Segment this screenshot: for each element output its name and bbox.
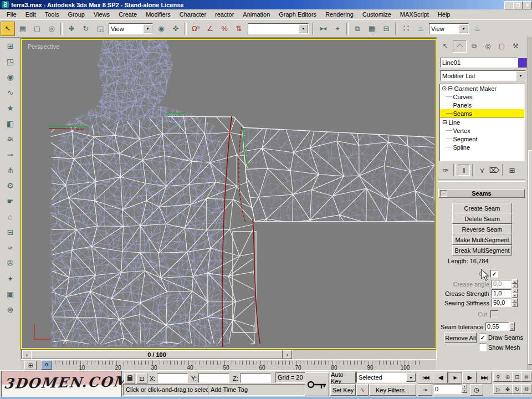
viewport-canvas[interactable] — [22, 40, 434, 347]
play-button[interactable]: ▶ — [448, 372, 462, 383]
tab-modify[interactable]: ◠ — [453, 40, 467, 53]
menu-file[interactable]: File — [2, 10, 21, 19]
menu-animation[interactable]: Animation — [238, 10, 274, 19]
delete-seam-button[interactable]: Delete Seam — [452, 213, 512, 224]
make-multisegment-button[interactable]: Make MultiSegment — [452, 234, 512, 245]
stack-item-segment[interactable]: ┄┄┄ Segment — [440, 135, 524, 143]
menu-edit[interactable]: Edit — [21, 10, 40, 19]
spinner-down-icon[interactable]: ▾ — [512, 303, 518, 307]
spinner-up-icon[interactable]: ▴ — [509, 322, 515, 326]
go-to-end-button[interactable]: ▶▶| — [477, 372, 492, 383]
frame-spinner[interactable]: ▴▾ — [462, 384, 467, 393]
select-and-move-button[interactable]: ✥ — [65, 22, 78, 35]
time-slider-track[interactable]: ‹ 0 / 100 › — [21, 349, 437, 360]
percent-snap-button[interactable]: % — [218, 22, 231, 35]
on-checkbox[interactable]: ✓ — [490, 270, 498, 278]
pan-button[interactable]: ✥ — [503, 384, 513, 394]
select-and-rotate-button[interactable]: ↻ — [79, 22, 93, 35]
layer-manager-button[interactable]: ⧉ — [351, 22, 364, 35]
pin-stack-icon[interactable]: ✑ — [440, 165, 451, 175]
spinner-up-icon[interactable]: ▴ — [512, 289, 518, 293]
open-mini-curve-editor-button[interactable]: ⊞ — [24, 361, 37, 370]
y-coordinate-field[interactable] — [198, 374, 229, 383]
material-editor-button[interactable]: ∷ — [400, 22, 413, 35]
rigid-body-collection-icon[interactable]: ⊞ — [4, 39, 17, 53]
cloth-collection-icon[interactable]: ◳ — [4, 55, 17, 68]
render-type-dropdown[interactable]: View ▼ — [429, 23, 469, 34]
linear-dashpot-icon[interactable]: ⊸ — [4, 148, 17, 161]
ragdoll-icon[interactable]: ✦ — [4, 272, 17, 285]
menu-reactor[interactable]: reactor — [211, 10, 238, 19]
draw-seams-checkbox[interactable]: ✓ — [479, 334, 487, 341]
render-setup-button[interactable]: ♨ — [414, 22, 427, 35]
reference-coordinate-dropdown[interactable]: View ▼ — [109, 23, 153, 34]
make-unique-icon[interactable]: ⋎ — [477, 165, 488, 175]
motor-icon[interactable]: ⚙ — [4, 179, 17, 192]
field-of-view-button[interactable]: ▷ — [493, 384, 503, 394]
menu-character[interactable]: Character — [175, 10, 211, 19]
remove-all-button[interactable]: Remove All — [444, 332, 477, 343]
select-and-manipulate-button[interactable]: ✜ — [169, 22, 182, 35]
water-icon[interactable]: ≈ — [4, 241, 17, 254]
remove-modifier-icon[interactable]: ⌦ — [489, 165, 500, 175]
zoom-extents-all-button[interactable]: ⧈ — [521, 372, 531, 382]
chevron-down-icon[interactable]: ▼ — [406, 373, 416, 382]
collapse-icon[interactable]: ⊟ — [448, 85, 452, 91]
key-mode-toggle[interactable]: ⇥ — [418, 384, 432, 396]
tab-utilities[interactable]: ⚒ — [509, 40, 522, 52]
time-slider-thumb[interactable]: 0 / 100 — [31, 350, 283, 359]
collapse-icon[interactable]: ⊟ — [442, 119, 447, 125]
time-slider-left-arrow[interactable]: ‹ — [22, 350, 32, 359]
circular-selection-region-button[interactable]: ◎ — [45, 22, 58, 35]
perspective-viewport[interactable]: Perspective — [21, 39, 437, 349]
spinner-down-icon[interactable]: ▾ — [512, 284, 518, 288]
tab-hierarchy[interactable]: ⧉ — [468, 40, 480, 52]
close-button[interactable]: ✕ — [523, 1, 532, 9]
time-configuration-button[interactable]: ◷ — [470, 384, 483, 396]
object-name-field[interactable]: Line01 — [440, 58, 518, 68]
spinner-snap-button[interactable]: ⇅ — [232, 22, 245, 35]
zoom-button[interactable]: ⚲ — [493, 372, 503, 382]
menu-tools[interactable]: Tools — [40, 10, 64, 19]
crease-strength-field[interactable]: 1,0 — [492, 289, 511, 298]
angular-dashpot-icon[interactable]: ⋔ — [4, 163, 17, 177]
preview-animation-icon[interactable]: ⊛ — [4, 303, 17, 316]
add-time-tag[interactable]: Add Time Tag — [208, 384, 305, 396]
tab-motion[interactable]: ◎ — [482, 40, 494, 52]
sewing-stiffness-spinner[interactable]: ▴▾ — [512, 298, 518, 307]
select-and-scale-button[interactable]: ◲ — [94, 22, 107, 35]
modifier-list-dropdown[interactable]: Modifier List ▼ — [440, 70, 526, 81]
keyboard-shortcut-override-button[interactable] — [305, 372, 329, 396]
align-button[interactable]: ⌖ — [331, 22, 344, 35]
angle-snap-button[interactable]: ∠ — [203, 22, 217, 35]
named-selection-sets-dropdown[interactable]: ▼ — [248, 23, 309, 34]
plane-icon[interactable]: ◧ — [4, 117, 17, 130]
go-to-start-button[interactable]: |◀◀ — [418, 372, 433, 383]
menu-group[interactable]: Group — [63, 10, 89, 19]
constraint-solver-icon[interactable]: ✇ — [4, 257, 17, 270]
set-key-button[interactable]: Set Key — [330, 384, 356, 396]
viewport-label[interactable]: Perspective — [28, 43, 59, 50]
rectangular-selection-region-button[interactable]: ▢ — [30, 22, 44, 35]
previous-frame-button[interactable]: ◀▮ — [433, 372, 448, 383]
current-frame-field[interactable]: 0 — [433, 385, 463, 394]
menu-customize[interactable]: Customize — [358, 10, 396, 19]
z-coordinate-field[interactable] — [240, 374, 271, 383]
seams-rollout-header[interactable]: - Seams — [438, 189, 525, 198]
zoom-extents-button[interactable]: ⊡ — [512, 372, 522, 382]
chevron-down-icon[interactable]: ▼ — [459, 24, 468, 33]
crease-strength-spinner[interactable]: ▴▾ — [512, 289, 518, 298]
create-seam-button[interactable]: Create Seam — [452, 203, 512, 213]
sewing-stiffness-field[interactable]: 50,0 — [492, 299, 511, 307]
menu-modifiers[interactable]: Modifiers — [141, 10, 175, 19]
menu-graph-editors[interactable]: Graph Editors — [274, 10, 321, 19]
minimize-button[interactable]: – — [504, 1, 514, 9]
scrollbar-thumb[interactable] — [528, 150, 532, 365]
seam-tolerance-field[interactable]: 0,55 — [485, 323, 509, 331]
stack-item-seams-selected[interactable]: ┄┄┄ Seams — [440, 109, 524, 117]
toy-car-icon[interactable]: ⌂ — [4, 210, 17, 223]
spring-icon[interactable]: ≋ — [4, 132, 17, 146]
spinner-up-icon[interactable]: ▴ — [512, 298, 518, 303]
cut-checkbox[interactable] — [490, 310, 498, 318]
curve-editor-button[interactable]: ▦ — [365, 22, 378, 35]
